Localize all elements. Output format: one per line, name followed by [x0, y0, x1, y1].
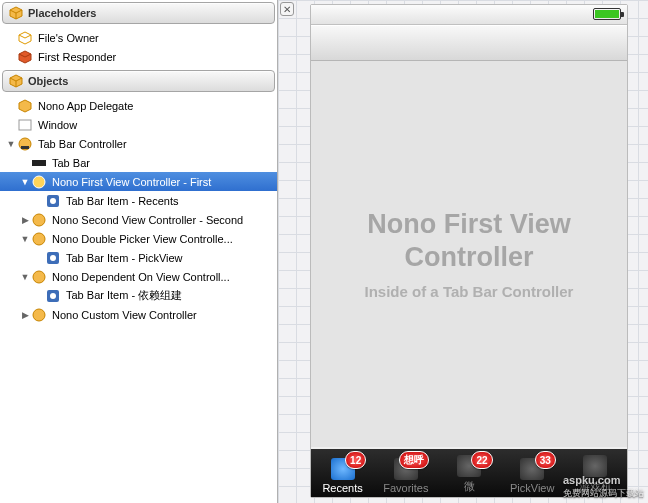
disclosure-triangle-icon[interactable]: [20, 310, 30, 320]
badge: 12: [345, 451, 366, 469]
tree-item-recents[interactable]: Tab Bar Item - Recents: [0, 191, 277, 210]
item-label: Nono App Delegate: [38, 100, 133, 112]
tab-item-pickview[interactable]: 33 PickView: [501, 449, 564, 497]
tree-item-pickview[interactable]: Tab Bar Item - PickView: [0, 248, 277, 267]
status-bar: [311, 5, 627, 25]
outline-sidebar: Placeholders File's Owner First Responde…: [0, 0, 278, 503]
tab-label: Favorites: [383, 482, 428, 494]
tab-bar-icon: [32, 156, 46, 170]
badge: 22: [471, 451, 492, 469]
tab-label: PickView: [510, 482, 554, 494]
placeholders-header[interactable]: Placeholders: [2, 2, 275, 24]
section-title: Placeholders: [28, 7, 96, 19]
placeholder-item-first-responder[interactable]: First Responder: [0, 47, 277, 66]
svg-marker-6: [19, 100, 31, 112]
tab-item-recents[interactable]: 12 Recents: [311, 449, 374, 497]
svg-rect-10: [32, 160, 46, 166]
preview-subtitle: Inside of a Tab Bar Controller: [365, 283, 574, 300]
disclosure-triangle-icon[interactable]: [20, 272, 30, 282]
badge: 想呼: [399, 451, 429, 469]
view-controller-icon: [32, 308, 46, 322]
tab-bar-item-icon: [46, 289, 60, 303]
tree-item-double-picker-vc[interactable]: Nono Double Picker View Controlle...: [0, 229, 277, 248]
tree-item-tab-bar-controller[interactable]: Tab Bar Controller: [0, 134, 277, 153]
tree-item-first-view-controller[interactable]: Nono First View Controller - First: [0, 172, 277, 191]
svg-rect-9: [21, 146, 29, 149]
placeholder-item-files-owner[interactable]: File's Owner: [0, 28, 277, 47]
view-controller-icon: [32, 270, 46, 284]
preview-title: Nono First View Controller: [331, 208, 607, 273]
svg-point-11: [33, 176, 45, 188]
tree-item-tab-bar[interactable]: Tab Bar: [0, 153, 277, 172]
tab-label: 微: [464, 479, 475, 494]
badge: 33: [535, 451, 556, 469]
tree-item-custom-vc[interactable]: Nono Custom View Controller: [0, 305, 277, 324]
item-label: Nono Double Picker View Controlle...: [52, 233, 233, 245]
section-title: Objects: [28, 75, 68, 87]
svg-point-13: [50, 198, 56, 204]
svg-point-18: [33, 271, 45, 283]
navigation-bar: [311, 25, 627, 61]
item-label: File's Owner: [38, 32, 99, 44]
item-label: Tab Bar: [52, 157, 90, 169]
svg-point-17: [50, 255, 56, 261]
item-label: Nono First View Controller - First: [52, 176, 211, 188]
tree-item-dependent-item[interactable]: Tab Bar Item - 依赖组建: [0, 286, 277, 305]
item-label: Tab Bar Controller: [38, 138, 127, 150]
item-label: Window: [38, 119, 77, 131]
svg-point-15: [33, 233, 45, 245]
cube-red-icon: [18, 50, 32, 64]
cube-icon: [9, 6, 23, 20]
svg-point-14: [33, 214, 45, 226]
disclosure-triangle-icon[interactable]: [20, 234, 30, 244]
svg-rect-7: [19, 120, 31, 130]
svg-point-20: [50, 293, 56, 299]
tree-item-app-delegate[interactable]: Nono App Delegate: [0, 96, 277, 115]
battery-icon: [593, 8, 621, 20]
controller-icon: [18, 137, 32, 151]
item-label: Nono Custom View Controller: [52, 309, 197, 321]
objects-header[interactable]: Objects: [2, 70, 275, 92]
view-controller-icon: [32, 213, 46, 227]
cube-outline-icon: [18, 31, 32, 45]
cube-yellow-icon: [18, 99, 32, 113]
objects-tree: Nono App Delegate Window Tab Bar Control…: [0, 94, 277, 326]
disclosure-triangle-icon[interactable]: [6, 139, 16, 149]
device-preview: Nono First View Controller Inside of a T…: [310, 4, 628, 498]
tree-item-dependent-vc[interactable]: Nono Dependent On View Controll...: [0, 267, 277, 286]
tree-item-window[interactable]: Window: [0, 115, 277, 134]
item-label: Nono Dependent On View Controll...: [52, 271, 230, 283]
item-label: Tab Bar Item - Recents: [66, 195, 179, 207]
disclosure-triangle-icon[interactable]: [20, 215, 30, 225]
tab-item-favorites[interactable]: 想呼 Favorites: [374, 449, 437, 497]
view-controller-icon: [32, 232, 46, 246]
item-label: First Responder: [38, 51, 116, 63]
tab-item-3[interactable]: 22 微: [437, 449, 500, 497]
item-label: Tab Bar Item - PickView: [66, 252, 183, 264]
cube-icon: [9, 74, 23, 88]
ib-canvas[interactable]: ✕ Nono First View Controller Inside of a…: [278, 0, 648, 503]
preview-content: Nono First View Controller Inside of a T…: [311, 61, 627, 447]
tree-item-second-view-controller[interactable]: Nono Second View Controller - Second: [0, 210, 277, 229]
tab-label: Recents: [322, 482, 362, 494]
disclosure-triangle-icon[interactable]: [20, 177, 30, 187]
pin-button[interactable]: ✕: [280, 2, 294, 16]
svg-point-21: [33, 309, 45, 321]
window-icon: [18, 118, 32, 132]
tab-bar-item-icon: [46, 251, 60, 265]
tab-bar-item-icon: [46, 194, 60, 208]
placeholders-list: File's Owner First Responder: [0, 26, 277, 68]
item-label: Tab Bar Item - 依赖组建: [66, 288, 182, 303]
item-label: Nono Second View Controller - Second: [52, 214, 243, 226]
watermark-text: aspku.com 免费网站源码下载站: [563, 473, 644, 500]
view-controller-icon: [32, 175, 46, 189]
